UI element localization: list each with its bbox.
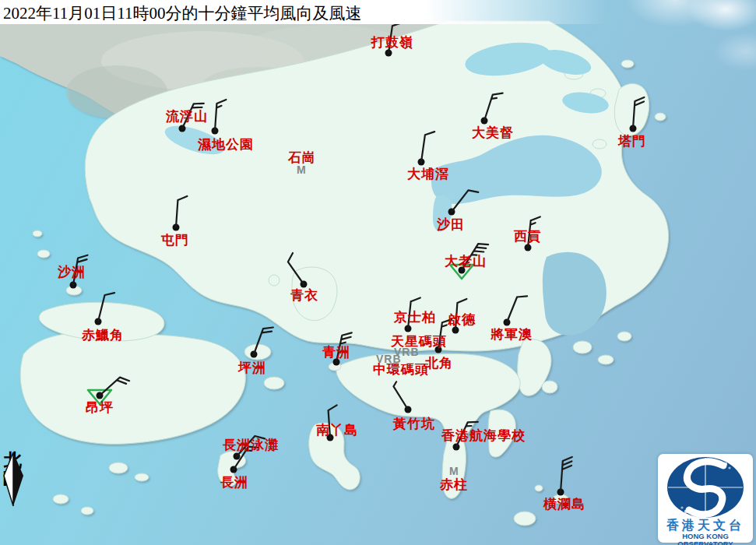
station-label: 北角 (425, 357, 453, 370)
wind-barb (507, 296, 527, 322)
station-label: 將軍澳 (491, 328, 533, 341)
station-label: 石崗 (288, 151, 316, 164)
wind-barb (484, 93, 503, 121)
station-label: 青洲 (322, 346, 350, 359)
station-label: 大老山 (445, 255, 487, 268)
missing-data-mark: M (297, 164, 306, 175)
station-label: 赤柱 (440, 478, 468, 491)
station-label: 大埔滘 (407, 167, 449, 181)
station-label: 黃竹坑 (393, 417, 435, 431)
wind-map: 打鼓嶺流浮山濕地公園石崗M大美督塔門大埔滘沙田屯門西貢沙洲大老山青衣赤鱲角京士柏… (0, 0, 756, 545)
station-label: 長洲 (220, 476, 248, 489)
station-label: 流浮山 (166, 110, 208, 123)
wind-barb (176, 196, 187, 227)
station-label: 大美督 (472, 126, 514, 139)
station-label: 香港航海學校 (441, 429, 526, 442)
station-label: 打鼓嶺 (371, 36, 413, 49)
station-label: 沙田 (437, 218, 465, 231)
station-label: 昂坪 (86, 401, 114, 414)
wind-barb (452, 190, 478, 212)
station-label: 沙洲 (58, 265, 86, 279)
station-label: 橫瀾島 (543, 498, 585, 511)
variable-wind-mark: VRB (376, 353, 402, 364)
wind-barb (288, 253, 304, 284)
wind-barb (215, 100, 226, 131)
hko-name-en: HONG KONG OBSERVATORY (658, 533, 753, 545)
north-arrow: 北 N (2, 452, 33, 488)
missing-data-mark: M (449, 466, 459, 476)
wind-barb-layer (0, 0, 756, 545)
wind-barb (561, 457, 572, 492)
station-label: 屯門 (161, 234, 189, 247)
station-label: 啟德 (448, 313, 476, 326)
station-label: 南丫島 (316, 424, 358, 437)
station-label: 濕地公園 (198, 138, 254, 151)
station-label: 西貢 (514, 230, 542, 243)
station-label: 京士柏 (394, 311, 436, 324)
station-label: 青衣 (290, 289, 318, 302)
wind-barb (98, 293, 114, 322)
station-label: 坪洲 (238, 361, 266, 374)
map-title: 2022年11月01日11時00分的十分鐘平均風向及風速 (3, 2, 361, 24)
hko-name-cn: 香港天文台 (658, 519, 753, 532)
station-label: 長洲泳灘 (223, 438, 279, 452)
wind-barb (633, 97, 644, 128)
wind-barb (421, 132, 434, 162)
wind-barb (394, 382, 409, 410)
compass-needle-icon (2, 452, 33, 508)
station-label: 赤鱲角 (82, 329, 124, 342)
station-label: 塔門 (618, 135, 646, 148)
wind-barb (100, 378, 129, 396)
hko-logo: 香港天文台 HONG KONG OBSERVATORY (658, 454, 753, 543)
wind-barb (254, 328, 273, 355)
